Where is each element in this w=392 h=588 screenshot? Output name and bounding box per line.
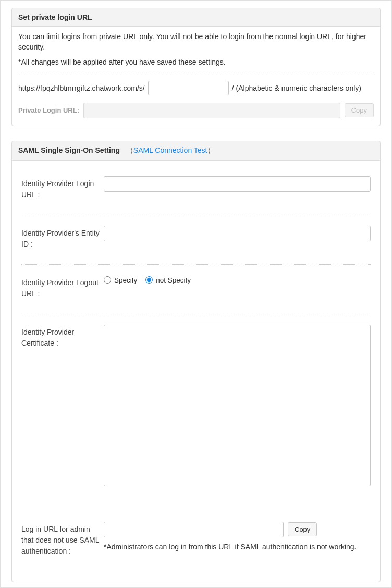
saml-heading-title: SAML Single Sign-On Setting [18,146,120,154]
copy-private-url-button[interactable]: Copy [345,103,374,117]
logout-not-specify-radio[interactable] [145,276,153,284]
private-url-prefix: https://fpqzhlbtmrrgiftz.chatwork.com/s/ [18,84,145,92]
logout-not-specify-label: not Specify [156,276,191,284]
private-url-hint: / (Alphabetic & numeric characters only) [232,84,361,92]
divider [18,73,374,74]
copy-admin-url-button[interactable]: Copy [288,522,317,536]
private-login-panel: Set private login URL You can limit logi… [11,8,381,126]
saml-link-prefix: （ [126,146,133,154]
idp-login-url-input[interactable] [104,176,371,192]
saml-link-suffix: ） [207,146,215,154]
saml-heading: SAML Single Sign-On Setting （SAML Connec… [12,141,380,161]
logout-specify-label: Specify [114,276,137,284]
private-login-description: You can limit logins from private URL on… [18,32,374,52]
logout-specify-option[interactable]: Specify [104,276,137,284]
private-login-url-label: Private Login URL: [18,106,79,114]
idp-entity-id-label: Identity Provider's Entity ID : [21,226,104,250]
private-login-note: *All changes will be applied after you h… [18,57,374,68]
saml-connection-test-link[interactable]: SAML Connection Test [133,146,207,154]
admin-login-note: *Administrators can log in from this URL… [104,542,371,553]
admin-login-url-input[interactable] [104,522,284,537]
idp-login-url-label: Identity Provider Login URL : [21,176,104,200]
logout-not-specify-option[interactable]: not Specify [145,276,191,284]
idp-certificate-label: Identity Provider Certificate : [21,325,104,349]
idp-certificate-textarea[interactable] [104,325,371,486]
private-login-heading: Set private login URL [12,8,380,27]
private-login-url-output[interactable] [83,103,340,118]
idp-logout-url-label: Identity Provider Logout URL : [21,275,104,299]
idp-entity-id-input[interactable] [104,226,371,241]
private-url-suffix-input[interactable] [148,81,229,95]
logout-specify-radio[interactable] [104,276,111,284]
saml-panel: SAML Single Sign-On Setting （SAML Connec… [11,141,381,582]
admin-login-url-label: Log in URL for admin that does not use S… [21,522,104,557]
